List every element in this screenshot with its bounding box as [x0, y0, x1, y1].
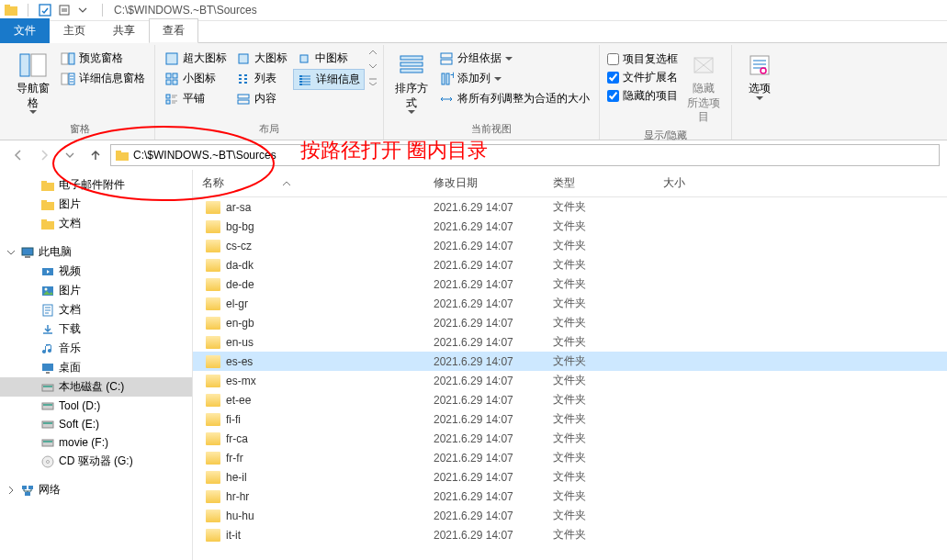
up-button[interactable] — [85, 144, 107, 166]
tree-item-label: 文档 — [59, 302, 81, 318]
drive-icon — [40, 435, 55, 450]
file-row[interactable]: hr-hr2021.6.29 14:07文件夹 — [193, 487, 947, 506]
tab-file[interactable]: 文件 — [0, 18, 50, 43]
hidden-items-toggle[interactable]: 隐藏的项目 — [605, 87, 680, 105]
chevron-down-icon — [756, 96, 763, 100]
address-input[interactable] — [133, 149, 935, 162]
sort-by-button[interactable]: 排序方式 — [389, 49, 434, 116]
file-type: 文件夹 — [546, 508, 656, 523]
file-row[interactable]: de-de2021.6.29 14:07文件夹 — [193, 274, 947, 294]
file-row[interactable]: fr-ca2021.6.29 14:07文件夹 — [193, 429, 947, 448]
tree-item[interactable]: Tool (D:) — [0, 397, 192, 415]
content-button[interactable]: 内容 — [232, 89, 291, 108]
tree-item-label: 电子邮件附件 — [59, 177, 125, 193]
tree-item[interactable]: movie (F:) — [0, 433, 192, 452]
svg-rect-20 — [300, 55, 308, 62]
tree-item[interactable]: 图片 — [0, 195, 192, 214]
file-list[interactable]: 名称 修改日期 类型 大小 ar-sa2021.6.29 14:07文件夹bg-… — [193, 170, 947, 560]
back-button[interactable] — [7, 144, 29, 166]
file-row[interactable]: et-ee2021.6.29 14:07文件夹 — [193, 390, 947, 409]
file-row[interactable]: ar-sa2021.6.29 14:07文件夹 — [193, 197, 947, 217]
item-checkboxes-toggle[interactable]: 项目复选框 — [605, 50, 680, 68]
file-row[interactable]: fi-fi2021.6.29 14:07文件夹 — [193, 409, 947, 429]
file-row[interactable]: en-gb2021.6.29 14:07文件夹 — [193, 313, 947, 332]
tab-view[interactable]: 查看 — [149, 18, 198, 43]
file-row[interactable]: el-gr2021.6.29 14:07文件夹 — [193, 294, 947, 313]
qat-properties-icon[interactable] — [38, 3, 52, 17]
file-row[interactable]: hu-hu2021.6.29 14:07文件夹 — [193, 506, 947, 525]
tree-item[interactable]: 此电脑 — [0, 242, 192, 262]
add-columns-button[interactable]: +添加列 — [435, 69, 593, 88]
tree-item[interactable]: 文档 — [0, 300, 192, 319]
medium-icons-button[interactable]: 中图标 — [293, 49, 365, 68]
options-button[interactable]: 选项 — [738, 49, 782, 102]
list-button[interactable]: 列表 — [232, 69, 291, 88]
recent-locations-button[interactable] — [59, 144, 81, 166]
expand-gallery-icon[interactable] — [368, 76, 378, 85]
tab-share[interactable]: 共享 — [99, 18, 149, 43]
file-row[interactable]: cs-cz2021.6.29 14:07文件夹 — [193, 236, 947, 255]
column-name[interactable]: 名称 — [193, 170, 426, 196]
pictures-icon — [40, 284, 55, 298]
navigation-tree[interactable]: 电子邮件附件图片文档此电脑视频图片文档下载音乐桌面本地磁盘 (C:)Tool (… — [0, 170, 193, 560]
tree-item[interactable]: 网络 — [0, 480, 192, 499]
extra-large-icons-button[interactable]: 超大图标 — [161, 49, 231, 68]
tiles-button[interactable]: 平铺 — [161, 89, 231, 108]
forward-button[interactable] — [33, 144, 55, 166]
size-columns-button[interactable]: 将所有列调整为合适的大小 — [435, 89, 593, 108]
svg-rect-16 — [166, 100, 170, 104]
tree-item[interactable]: 图片 — [0, 281, 192, 300]
scroll-up-icon[interactable] — [368, 49, 378, 56]
hide-selected-button[interactable]: 隐藏 所选项目 — [682, 49, 726, 127]
file-row[interactable]: es-mx2021.6.29 14:07文件夹 — [193, 371, 947, 390]
tree-item[interactable]: 下载 — [0, 319, 192, 339]
details-pane-button[interactable]: 详细信息窗格 — [57, 69, 149, 88]
qat-customize-icon[interactable] — [78, 3, 93, 17]
file-name: en-us — [226, 336, 254, 349]
file-type: 文件夹 — [546, 353, 656, 369]
svg-rect-21 — [400, 56, 423, 60]
tree-item[interactable]: 桌面 — [0, 358, 192, 377]
navigation-pane-button[interactable]: 导航窗格 — [11, 49, 55, 116]
file-type: 文件夹 — [546, 315, 656, 330]
svg-rect-1 — [5, 5, 10, 7]
tree-item[interactable]: CD 驱动器 (G:) — [0, 452, 192, 471]
details-view-button[interactable]: 详细信息 — [293, 69, 365, 90]
tree-item[interactable]: 文档 — [0, 214, 192, 233]
small-icons-button[interactable]: 小图标 — [161, 69, 231, 88]
tree-item-label: CD 驱动器 (G:) — [59, 454, 133, 469]
scroll-down-icon[interactable] — [368, 62, 378, 70]
file-date: 2021.6.29 14:07 — [426, 529, 546, 542]
file-row[interactable]: bg-bg2021.6.29 14:07文件夹 — [193, 217, 947, 236]
tree-item[interactable]: 电子邮件附件 — [0, 175, 192, 195]
tree-item[interactable]: 视频 — [0, 262, 192, 281]
column-size[interactable]: 大小 — [656, 170, 729, 196]
large-icons-button[interactable]: 大图标 — [232, 49, 291, 68]
file-row[interactable]: es-es2021.6.29 14:07文件夹 — [193, 352, 947, 371]
tree-item[interactable]: 音乐 — [0, 339, 192, 358]
tree-item[interactable]: 本地磁盘 (C:) — [0, 377, 192, 397]
folder-icon — [115, 148, 130, 162]
file-row[interactable]: it-it2021.6.29 14:07文件夹 — [193, 525, 947, 544]
qat-dropdown-icon[interactable] — [58, 3, 73, 17]
file-row[interactable]: da-dk2021.6.29 14:07文件夹 — [193, 255, 947, 274]
svg-rect-23 — [400, 69, 423, 73]
file-row[interactable]: he-il2021.6.29 14:07文件夹 — [193, 467, 947, 487]
svg-rect-27 — [446, 73, 449, 84]
column-date[interactable]: 修改日期 — [426, 170, 546, 196]
group-by-button[interactable]: 分组依据 — [435, 49, 593, 68]
file-extensions-toggle[interactable]: 文件扩展名 — [605, 69, 680, 86]
svg-rect-26 — [442, 73, 445, 84]
tree-item[interactable]: Soft (E:) — [0, 415, 192, 433]
ribbon: 导航窗格 预览窗格 详细信息窗格 窗格 超大图标 小图标 平铺 — [0, 43, 947, 140]
file-row[interactable]: en-us2021.6.29 14:07文件夹 — [193, 332, 947, 352]
file-name: es-es — [226, 355, 253, 368]
column-type[interactable]: 类型 — [546, 170, 656, 196]
file-row[interactable]: fr-fr2021.6.29 14:07文件夹 — [193, 448, 947, 467]
file-name: hr-hr — [226, 490, 249, 503]
tab-home[interactable]: 主页 — [50, 18, 99, 43]
preview-pane-button[interactable]: 预览窗格 — [57, 49, 149, 68]
address-bar[interactable] — [110, 144, 940, 166]
file-name: fr-ca — [226, 432, 248, 445]
docs-icon — [40, 303, 55, 318]
